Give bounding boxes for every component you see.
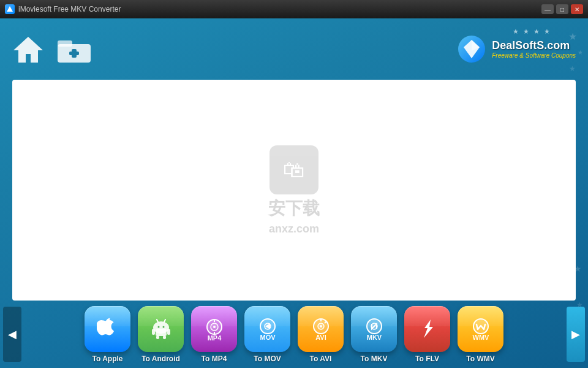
format-buttons-container: To Apple xyxy=(24,306,564,363)
window-controls: — □ ✕ xyxy=(541,4,583,14)
avi-icon: AVI xyxy=(309,317,333,340)
add-folder-icon xyxy=(56,34,92,64)
svg-marker-1 xyxy=(13,37,43,63)
format-item-mkv[interactable]: MKV To MKV xyxy=(351,306,397,363)
svg-point-21 xyxy=(213,326,216,328)
home-icon xyxy=(12,34,44,64)
dealsoft-decoration-stars: ★ ★ ★ ★ xyxy=(513,28,551,36)
format-label-avi: To AVI xyxy=(310,355,332,363)
format-btn-mov[interactable]: MOV xyxy=(244,306,290,352)
content-area: 🛍 安下载 anxz.com xyxy=(12,80,576,301)
svg-rect-3 xyxy=(58,40,72,47)
svg-rect-18 xyxy=(163,335,166,339)
apple-icon xyxy=(97,318,119,340)
dealsoft-diamond-icon xyxy=(456,34,487,64)
format-btn-flv[interactable] xyxy=(404,306,450,352)
app-title: iMoviesoft Free MKV Converter xyxy=(18,5,121,13)
format-item-wmv[interactable]: WMV To WMV xyxy=(458,306,503,363)
mp4-icon: MP4 xyxy=(203,317,226,340)
svg-rect-10 xyxy=(156,329,167,336)
svg-point-14 xyxy=(162,326,164,328)
flv-icon xyxy=(416,317,439,340)
app-icon xyxy=(5,4,15,14)
watermark-english: anxz.com xyxy=(269,223,319,236)
dealsoft-text: DealSoftS.com Freeware & Software Coupon… xyxy=(492,39,576,59)
svg-text:WMV: WMV xyxy=(472,334,489,340)
toolbar-left xyxy=(12,34,92,64)
svg-point-30 xyxy=(320,325,322,328)
svg-text:MP4: MP4 xyxy=(207,334,222,340)
mkv-icon: MKV xyxy=(363,317,386,340)
dealsoft-name: DealSoftS.com xyxy=(492,39,576,52)
format-label-wmv: To WMV xyxy=(466,355,494,363)
svg-marker-0 xyxy=(7,6,13,12)
format-item-mp4[interactable]: MP4 To MP4 xyxy=(191,306,237,363)
format-label-mp4: To MP4 xyxy=(202,355,227,363)
scroll-right-button[interactable]: ▶ xyxy=(567,307,585,362)
mov-icon: MOV xyxy=(256,317,279,340)
add-folder-button[interactable] xyxy=(56,34,92,64)
format-item-avi[interactable]: AVI To AVI xyxy=(298,306,344,363)
bottom-bar: ◀ To Apple xyxy=(0,301,588,368)
svg-rect-16 xyxy=(167,329,170,335)
title-bar-left: iMoviesoft Free MKV Converter xyxy=(5,4,121,14)
format-label-android: To Android xyxy=(141,355,180,363)
android-icon xyxy=(149,317,173,340)
format-label-flv: To FLV xyxy=(415,355,439,363)
svg-line-12 xyxy=(164,320,165,322)
home-button[interactable] xyxy=(12,34,44,64)
format-btn-mp4[interactable]: MP4 xyxy=(191,306,237,352)
format-item-apple[interactable]: To Apple xyxy=(85,306,130,363)
minimize-button[interactable]: — xyxy=(541,4,554,14)
svg-line-11 xyxy=(157,320,158,322)
scroll-left-button[interactable]: ◀ xyxy=(3,307,21,362)
svg-text:AVI: AVI xyxy=(315,334,326,340)
dealsoft-subtitle: Freeware & Software Coupons xyxy=(492,52,576,59)
format-btn-wmv[interactable]: WMV xyxy=(458,306,503,352)
svg-text:MOV: MOV xyxy=(260,334,276,340)
svg-rect-15 xyxy=(152,329,155,335)
dealsoft-logo: ★ ★ ★ ★ DealSoftS.com Freeware & Softwar… xyxy=(456,34,576,64)
format-label-mkv: To MKV xyxy=(361,355,388,363)
format-item-android[interactable]: To Android xyxy=(138,306,184,363)
maximize-button[interactable]: □ xyxy=(556,4,568,14)
format-btn-avi[interactable]: AVI xyxy=(298,306,344,352)
svg-rect-17 xyxy=(156,335,159,339)
svg-text:MKV: MKV xyxy=(366,334,382,340)
format-btn-apple[interactable] xyxy=(85,306,130,352)
format-label-apple: To Apple xyxy=(92,355,123,363)
svg-rect-5 xyxy=(69,52,79,55)
app-body: ★ ★ ★ ★ ★ ★ xyxy=(0,18,588,368)
watermark-bag-icon: 🛍 xyxy=(270,145,318,194)
format-btn-mkv[interactable]: MKV xyxy=(351,306,397,352)
format-btn-android[interactable] xyxy=(138,306,184,352)
format-item-mov[interactable]: MOV To MOV xyxy=(244,306,290,363)
svg-point-13 xyxy=(157,326,159,328)
title-bar: iMoviesoft Free MKV Converter — □ ✕ xyxy=(0,0,588,18)
watermark: 🛍 安下载 anxz.com xyxy=(268,145,320,236)
format-label-mov: To MOV xyxy=(254,355,281,363)
watermark-chinese: 安下载 xyxy=(268,197,320,220)
wmv-icon: WMV xyxy=(469,317,492,340)
close-button[interactable]: ✕ xyxy=(571,4,583,14)
toolbar: ★ ★ ★ ★ DealSoftS.com Freeware & Softwar… xyxy=(0,18,588,80)
format-item-flv[interactable]: To FLV xyxy=(404,306,450,363)
